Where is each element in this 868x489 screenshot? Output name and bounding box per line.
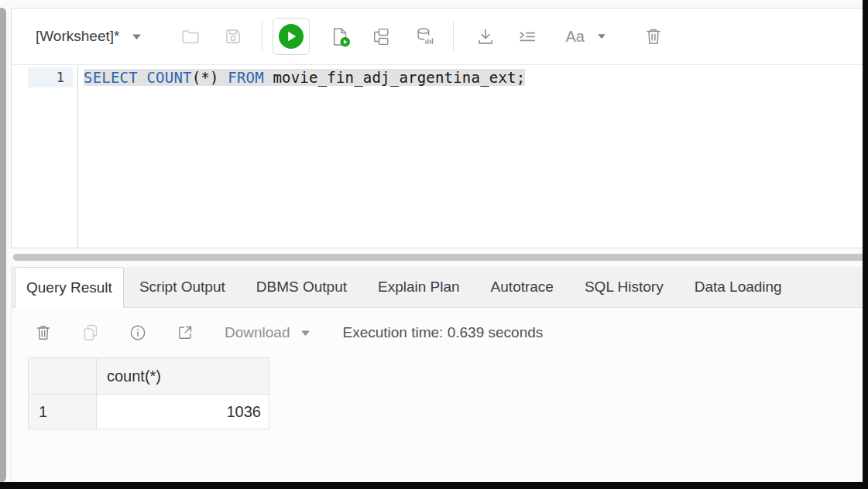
toolbar-divider [453, 22, 454, 51]
font-size-label: Aa [565, 28, 584, 46]
results-panel: Query Result Script Output DBMS Output E… [11, 267, 868, 483]
open-in-new-icon[interactable] [176, 323, 194, 342]
tab-query-result[interactable]: Query Result [15, 267, 124, 308]
tab-data-loading[interactable]: Data Loading [679, 267, 798, 307]
tab-label: Query Result [26, 279, 112, 296]
panel-splitter[interactable] [13, 254, 868, 261]
worksheet-editor-panel: [Worksheet]* [11, 8, 868, 248]
tab-label: Script Output [139, 279, 225, 296]
tab-label: DBMS Output [256, 279, 347, 296]
screenshot-right-edge [863, 0, 868, 489]
result-table: count(*) 1 1036 [28, 357, 269, 429]
row-number-header[interactable] [29, 358, 97, 395]
editor-code-area[interactable]: SELECT COUNT(*) FROM movie_fin_adj_argen… [78, 65, 525, 248]
page-scrollbar[interactable] [0, 8, 6, 482]
tab-label: SQL History [585, 279, 664, 296]
column-header-count[interactable]: count(*) [97, 358, 269, 395]
tab-explain-plan[interactable]: Explain Plan [362, 267, 475, 307]
tab-sql-history[interactable]: SQL History [569, 267, 679, 307]
sql-token: FROM [228, 69, 264, 86]
execution-time-status: Execution time: 0.639 seconds [343, 324, 544, 341]
query-result-grid-area: count(*) 1 1036 [12, 357, 868, 429]
explain-plan-icon[interactable] [370, 26, 391, 47]
chevron-down-icon [300, 330, 310, 337]
open-folder-icon[interactable] [180, 26, 201, 46]
download-results-dropdown[interactable]: Download [225, 324, 310, 341]
download-icon[interactable] [475, 26, 496, 46]
run-statement-button[interactable] [273, 18, 310, 55]
screenshot-bottom-edge [0, 482, 868, 489]
line-number: 1 [28, 67, 73, 87]
sql-token: (*) [192, 69, 228, 86]
delete-rows-icon[interactable] [34, 323, 53, 342]
info-icon[interactable] [129, 323, 147, 342]
worksheet-selector[interactable]: [Worksheet]* [36, 28, 142, 45]
results-tabstrip: Query Result Script Output DBMS Output E… [12, 267, 868, 308]
run-script-icon[interactable] [330, 26, 351, 47]
clear-worksheet-icon[interactable] [643, 26, 664, 46]
results-toolbar: Download Execution time: 0.639 seconds [12, 308, 868, 357]
tab-label: Data Loading [695, 279, 782, 296]
copy-icon[interactable] [81, 323, 100, 342]
chevron-down-icon [597, 33, 606, 39]
tab-dbms-output[interactable]: DBMS Output [241, 267, 362, 307]
font-size-button[interactable]: Aa [565, 28, 606, 46]
autotrace-icon[interactable] [415, 26, 436, 47]
count-value-cell[interactable]: 1036 [97, 395, 269, 429]
sql-token: SELECT [84, 69, 138, 86]
sql-editor[interactable]: 1 SELECT COUNT(*) FROM movie_fin_adj_arg… [12, 65, 868, 248]
row-number-cell[interactable]: 1 [29, 395, 97, 429]
tab-autotrace[interactable]: Autotrace [475, 267, 569, 307]
sql-worksheet-screen: [Worksheet]* [0, 0, 868, 489]
download-label: Download [225, 324, 290, 341]
toolbar-divider [262, 22, 262, 51]
tab-label: Autotrace [491, 279, 554, 296]
result-table-header-row: count(*) [29, 358, 269, 395]
sql-statement: SELECT COUNT(*) FROM movie_fin_adj_argen… [84, 69, 525, 86]
tab-script-output[interactable]: Script Output [124, 267, 241, 307]
format-icon[interactable] [517, 26, 537, 46]
play-icon [278, 23, 304, 50]
worksheet-title: [Worksheet]* [36, 28, 119, 45]
worksheet-toolbar: [Worksheet]* [12, 9, 868, 65]
sql-token [138, 69, 147, 86]
save-icon[interactable] [223, 26, 243, 46]
table-row: 1 1036 [29, 395, 269, 429]
sql-token: COUNT [146, 69, 191, 86]
chevron-down-icon [132, 33, 142, 40]
editor-gutter: 1 [12, 65, 78, 248]
sql-token: movie_fin_adj_argentina_ext; [264, 69, 526, 86]
tab-label: Explain Plan [378, 279, 460, 296]
